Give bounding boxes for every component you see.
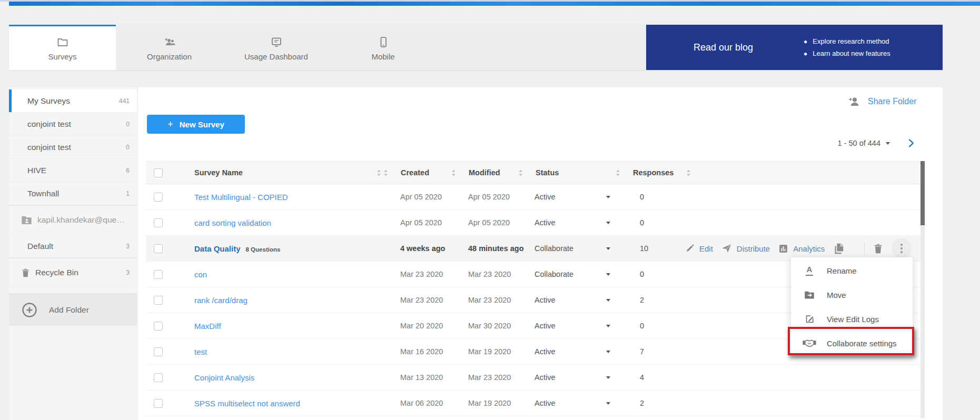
row-checkbox[interactable] [154,270,163,279]
sort-icon[interactable] [616,169,620,176]
header-label: Status [536,168,559,177]
select-all-checkbox[interactable] [154,168,163,177]
header-created[interactable]: Created [383,168,451,177]
modified-cell: Mar 19 2020 [451,347,518,356]
header-label: Survey Name [194,168,243,177]
banner-bullet-text: Explore research method [813,37,889,45]
responses-cell: 7 [616,347,672,356]
survey-row: card sorting validation Apr 05 2020 Apr … [146,210,921,236]
row-checkbox[interactable] [154,399,163,408]
sidebar-folder-item[interactable]: kapil.khandekar@que… [9,205,137,235]
survey-name-link[interactable]: test [194,347,207,356]
row-checkbox-cell [146,347,175,356]
trash-icon[interactable] [873,243,883,254]
row-checkbox[interactable] [154,193,163,202]
banner-title[interactable]: Read our blog [694,42,753,53]
sidebar-folder-item[interactable]: Townhall 1 [9,182,137,205]
page-range-dropdown[interactable]: 1 - 50 of 444 [838,139,890,147]
sidebar-folder-item[interactable]: conjoint test 0 [9,136,137,159]
sort-icon[interactable] [518,169,523,176]
menu-item-move[interactable]: Move [791,283,913,307]
status-dropdown-icon[interactable] [606,222,610,224]
sidebar-folder-item[interactable]: Default 3 [9,235,137,258]
row-checkbox[interactable] [154,322,163,331]
modified-cell: Mar 19 2020 [451,399,518,407]
analytics-button[interactable]: Analytics [778,244,825,254]
menu-item-view-edit-logs[interactable]: View Edit Logs [791,307,913,331]
new-survey-button[interactable]: + New Survey [147,115,245,134]
status-dropdown-icon[interactable] [606,325,610,327]
survey-name-link[interactable]: rank /card/drag [194,296,248,305]
status-dropdown-icon[interactable] [606,196,610,198]
row-checkbox[interactable] [154,347,163,356]
row-checkbox[interactable] [154,218,163,227]
responses-cell: 0 [616,218,672,227]
header-responses[interactable]: Responses [616,168,672,177]
status-dropdown-icon[interactable] [606,273,610,276]
sidebar-folder-item[interactable]: My Surveys 441 [9,89,137,113]
folder-label: Recycle Bin [35,268,126,277]
tab-label: Surveys [48,52,76,61]
status-dropdown-icon[interactable] [606,351,610,353]
header-modified[interactable]: Modified [451,168,518,177]
survey-name-link[interactable]: Conjoint Analysis [194,373,254,382]
surveys-panel: Share Folder + New Survey 1 - 50 of 444 … [138,87,943,420]
survey-name-cell: Test Multilingual - COPIED [175,193,383,202]
table-scrollbar[interactable] [920,161,925,418]
created-cell: Mar 23 2020 [383,270,451,278]
row-checkbox-cell [146,218,175,227]
tab-label: Usage Dashboard [244,52,308,61]
sort-icon[interactable] [451,169,456,176]
survey-name-link[interactable]: card sorting validation [194,218,271,227]
menu-item-rename[interactable]: A Rename [791,258,913,283]
created-cell: Mar 06 2020 [383,399,451,407]
pagination: 1 - 50 of 444 [838,138,916,148]
survey-name-link[interactable]: con [194,270,207,279]
share-folder-label[interactable]: Share Folder [868,97,917,106]
status-cell: Active [518,399,616,407]
edit-button[interactable]: Edit [685,244,713,253]
tab-mobile[interactable]: Mobile [330,25,437,70]
created-cell: 4 weeks ago [383,244,451,253]
sort-icon[interactable] [377,169,381,176]
survey-name-cell: rank /card/drag [175,296,383,305]
trash-icon [21,268,30,278]
distribute-button[interactable]: Distribute [721,244,770,253]
survey-name-link[interactable]: SPSS multiselect not answerd [194,399,300,408]
sidebar-folder-item[interactable]: Recycle Bin 3 [9,258,137,287]
header-checkbox-cell [146,168,175,177]
tab-surveys[interactable]: Surveys [9,25,116,70]
row-checkbox[interactable] [154,296,163,305]
status-dropdown-icon[interactable] [606,402,610,405]
sort-icon[interactable] [686,169,691,176]
tab-usage-dashboard[interactable]: Usage Dashboard [223,25,330,70]
sort-icon[interactable] [383,169,388,176]
tab-organization[interactable]: Organization [116,25,223,70]
row-checkbox[interactable] [154,373,163,382]
status-dropdown-icon[interactable] [606,299,610,302]
header-survey-name[interactable]: Survey Name [175,168,383,177]
modified-cell: Apr 05 2020 [451,218,518,227]
status-dropdown-icon[interactable] [606,376,610,379]
scrollbar-thumb[interactable] [920,161,925,225]
folder-label: conjoint test [27,143,126,152]
header-status[interactable]: Status [518,168,616,177]
menu-item-collaborate-settings[interactable]: Collaborate settings [791,331,913,355]
add-folder-button[interactable]: Add Folder [9,293,137,326]
survey-name-link[interactable]: Data Quality [194,244,241,253]
share-folder-button[interactable]: Share Folder [848,96,917,107]
add-folder-label: Add Folder [49,305,89,315]
next-page-button[interactable] [906,138,916,148]
sidebar-folder-item[interactable]: conjoint test 0 [9,113,137,136]
paper-plane-icon [721,244,732,253]
survey-name-link[interactable]: MaxDiff [194,322,221,331]
survey-name-link[interactable]: Test Multilingual - COPIED [194,193,288,202]
more-options-button[interactable] [892,238,912,258]
sidebar-folder-item[interactable]: HIVE 6 [9,159,137,182]
status-cell: Active [518,296,616,304]
row-checkbox[interactable] [154,244,163,253]
folder-label: Default [27,242,126,251]
blog-banner[interactable]: Read our blog ● Explore research method … [646,25,943,70]
status-dropdown-icon[interactable] [606,247,610,250]
copy-icon[interactable] [833,242,845,255]
